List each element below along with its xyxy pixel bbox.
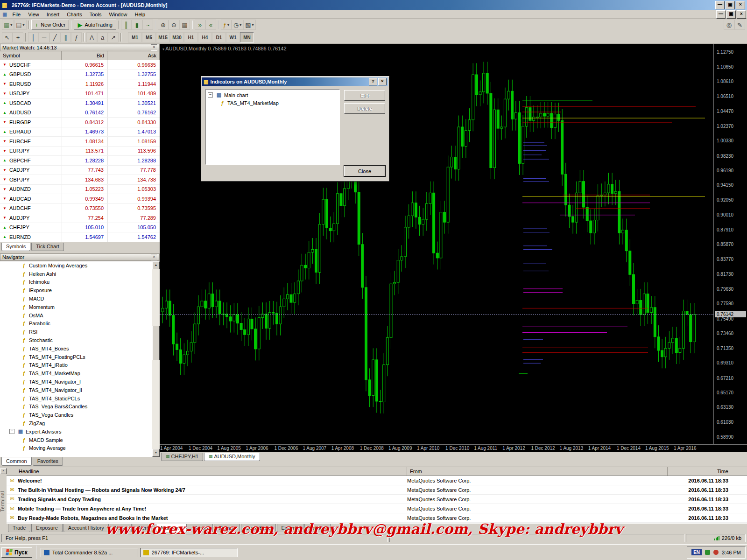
navigator-item[interactable]: ƒZigZag bbox=[0, 419, 160, 427]
market-watch-close-icon[interactable]: × bbox=[151, 44, 157, 51]
chart-restore-button[interactable]: ▣ bbox=[726, 10, 736, 19]
terminal-tab-exposure[interactable]: Exposure bbox=[31, 524, 62, 532]
navigator-item[interactable]: ƒTAS_MT4_Boxes bbox=[0, 344, 160, 353]
column-headline[interactable]: Headline bbox=[7, 467, 407, 476]
mail-row[interactable]: ✉Buy Ready-Made Robots, Magazines and Bo… bbox=[7, 513, 747, 523]
mail-row[interactable]: ✉Mobile Trading — Trade from Anywhere at… bbox=[7, 504, 747, 513]
tab-tick-chart[interactable]: Tick Chart bbox=[31, 243, 64, 251]
menu-view[interactable]: View bbox=[24, 11, 43, 18]
scrollbar-thumb[interactable] bbox=[152, 326, 160, 360]
market-watch-row[interactable]: ▼EURJPY113.571113.596 bbox=[0, 147, 160, 156]
close-button[interactable]: × bbox=[736, 1, 745, 9]
candlestick-mode-button[interactable]: ▮ bbox=[132, 20, 142, 30]
line-chart-mode-button[interactable]: ~ bbox=[142, 20, 153, 30]
crosshair-button[interactable]: + bbox=[13, 32, 23, 42]
tree-node-indicator[interactable]: ƒ TAS_MT4_MarketMap bbox=[208, 99, 338, 107]
periods-button[interactable]: ◷▾ bbox=[232, 20, 243, 30]
tray-icon-red[interactable] bbox=[713, 550, 719, 555]
tray-icon-green[interactable] bbox=[705, 550, 710, 555]
menu-window[interactable]: Window bbox=[105, 11, 131, 18]
terminal-close-icon[interactable]: × bbox=[0, 468, 7, 474]
chart-close-button[interactable]: × bbox=[737, 10, 746, 19]
timeframe-m30[interactable]: M30 bbox=[170, 32, 184, 42]
timeframe-m5[interactable]: M5 bbox=[142, 32, 156, 42]
navigator-item[interactable]: ƒTAS_MT4_StaticPCLs bbox=[0, 394, 160, 403]
navigator-item[interactable]: ƒIchimoku bbox=[0, 278, 160, 287]
navigator-item[interactable]: ƒRSI bbox=[0, 328, 160, 336]
market-watch-row[interactable]: ▼USDCHF0.966150.96635 bbox=[0, 60, 160, 70]
collapse-box-icon[interactable]: − bbox=[208, 92, 213, 98]
autotrading-button[interactable]: ▶AutoTrading bbox=[74, 20, 116, 30]
navigator-item[interactable]: ƒHeiken Ashi bbox=[0, 270, 160, 278]
indicators-tree[interactable]: − ▦ Main chart ƒ TAS_MT4_MarketMap bbox=[205, 89, 340, 165]
menu-file[interactable]: File bbox=[8, 11, 24, 18]
navigator-item[interactable]: −▦Expert Advisors bbox=[0, 427, 160, 436]
column-time[interactable]: Time bbox=[668, 467, 747, 476]
market-watch-row[interactable]: ▲AUDUSD0.761420.76162 bbox=[0, 108, 160, 118]
new-chart-button[interactable]: ▦▾ bbox=[2, 20, 14, 30]
menu-insert[interactable]: Insert bbox=[43, 11, 63, 18]
scroll-down-icon[interactable]: ▼ bbox=[152, 449, 160, 457]
navigator-item[interactable]: ƒiExposure bbox=[0, 286, 160, 294]
navigator-item[interactable]: ƒCustom Moving Averages bbox=[0, 261, 160, 270]
price-axis[interactable]: 0.76142 1.127501.106501.086101.065101.04… bbox=[713, 44, 747, 444]
taskbar-button[interactable]: Total Commander 8.52a ... bbox=[41, 548, 138, 557]
timeframe-w1[interactable]: W1 bbox=[226, 32, 240, 42]
navigator-item[interactable]: ƒTAS_Vega Candles bbox=[0, 411, 160, 419]
terminal-tab-account-history[interactable]: Account History bbox=[63, 524, 109, 532]
collapse-box-icon[interactable]: − bbox=[9, 429, 14, 434]
market-watch-row[interactable]: ▼AUDJPY77.25477.289 bbox=[0, 213, 160, 223]
market-watch-row[interactable]: ▼EURCHF1.081341.08159 bbox=[0, 137, 160, 147]
timeframe-h1[interactable]: H1 bbox=[184, 32, 198, 42]
profiles-button[interactable]: ▤▾ bbox=[14, 20, 26, 30]
close-button[interactable]: Close bbox=[344, 166, 385, 176]
start-button[interactable]: Пуск bbox=[1, 547, 32, 558]
indicators-list-button[interactable]: ƒ▾ bbox=[221, 20, 232, 30]
market-watch-row[interactable]: ▼CADJPY77.74377.778 bbox=[0, 166, 160, 175]
minimize-button[interactable]: — bbox=[715, 1, 725, 9]
navigator-item[interactable]: ƒOsMA bbox=[0, 311, 160, 320]
mail-row[interactable]: ✉Welcome!MetaQuotes Software Corp.2016.0… bbox=[7, 476, 747, 485]
column-ask[interactable]: Ask bbox=[107, 51, 160, 60]
navigator-scrollbar[interactable]: ▲ ▼ bbox=[152, 261, 160, 457]
taskbar-button[interactable]: 267769: IFCMarkets-... bbox=[140, 548, 238, 557]
market-watch-row[interactable]: ▲CHFJPY105.010105.050 bbox=[0, 223, 160, 233]
terminal-tab-alerts[interactable]: Alerts bbox=[133, 524, 155, 532]
language-indicator[interactable]: EN bbox=[691, 549, 702, 555]
trendline-button[interactable]: ╱ bbox=[49, 32, 60, 42]
terminal-tab-trade[interactable]: Trade bbox=[8, 524, 30, 532]
timeframe-m1[interactable]: M1 bbox=[128, 32, 142, 42]
column-from[interactable]: From bbox=[407, 467, 668, 476]
terminal-tab-signals[interactable]: Signals bbox=[214, 524, 240, 532]
timeframe-h4[interactable]: H4 bbox=[198, 32, 212, 42]
tab-symbols[interactable]: Symbols bbox=[1, 243, 30, 251]
bar-chart-mode-button[interactable]: ║ bbox=[121, 20, 132, 30]
terminal-tab-mailbox[interactable]: Mailbox7 bbox=[156, 524, 187, 532]
chart-window-icon[interactable]: ▦ bbox=[2, 11, 7, 17]
navigator-item[interactable]: ƒMACD Sample bbox=[0, 436, 160, 444]
tile-windows-button[interactable]: ▦ bbox=[179, 20, 190, 30]
navigator-item[interactable]: ƒMoving Average bbox=[0, 444, 160, 453]
market-watch-row[interactable]: ▼EURUSD1.119261.11944 bbox=[0, 79, 160, 89]
navigator-item[interactable]: ƒParabolic bbox=[0, 320, 160, 328]
equidistant-channel-button[interactable]: ∥ bbox=[60, 32, 71, 42]
column-bid[interactable]: Bid bbox=[62, 51, 107, 60]
text-label-button[interactable]: a bbox=[97, 32, 108, 42]
market-watch-row[interactable]: ▼GBPJPY134.683134.738 bbox=[0, 175, 160, 185]
fibonacci-retracement-button[interactable]: ƒ bbox=[71, 32, 82, 42]
mail-row[interactable]: ✉The Built-in Virtual Hosting — Robots a… bbox=[7, 485, 747, 495]
chart-tab-audusd-monthly[interactable]: ▦AUDUSD,Monthly bbox=[204, 453, 260, 461]
dialog-close-icon[interactable]: × bbox=[378, 78, 387, 85]
market-watch-row[interactable]: ▼AUDCHF0.735500.73595 bbox=[0, 204, 160, 214]
chart-shift-button[interactable]: « bbox=[205, 20, 216, 30]
terminal-tab-market[interactable]: Market bbox=[188, 524, 213, 532]
horizontal-line-button[interactable]: ─ bbox=[39, 32, 49, 42]
timeframe-m15[interactable]: M15 bbox=[156, 32, 170, 42]
new-order-button[interactable]: +New Order bbox=[31, 20, 70, 30]
scroll-up-icon[interactable]: ▲ bbox=[152, 261, 160, 269]
navigator-close-icon[interactable]: × bbox=[151, 254, 157, 260]
market-watch-row[interactable]: ▲EURAUD1.469731.47013 bbox=[0, 127, 160, 137]
market-watch-row[interactable]: ▼EURGBP0.843120.84330 bbox=[0, 118, 160, 127]
arrow-objects-button[interactable]: ↗ bbox=[108, 32, 119, 42]
navigator-item[interactable]: ƒTAS_MT4_MarketMap bbox=[0, 369, 160, 378]
